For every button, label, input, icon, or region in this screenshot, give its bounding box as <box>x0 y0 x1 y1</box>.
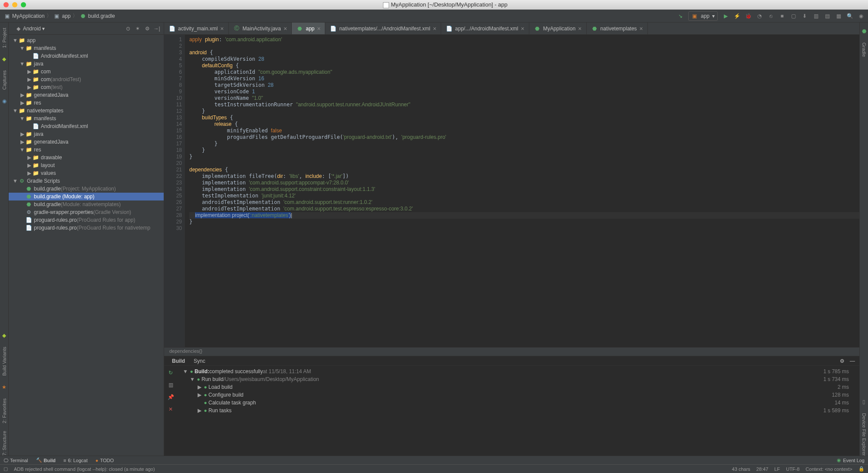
dock-terminal[interactable]: 🖵Terminal <box>3 458 28 463</box>
expand-arrow-icon[interactable]: ▼ <box>19 115 25 122</box>
tree-item[interactable]: ▶📁generatedJava <box>9 91 164 99</box>
expand-arrow-icon[interactable]: ▼ <box>19 147 25 153</box>
sdk-manager-icon[interactable]: ⬇ <box>801 13 808 20</box>
tree-item[interactable]: ▶📁values <box>9 169 164 177</box>
expand-arrow-icon[interactable]: ▶ <box>19 139 25 145</box>
expand-arrow-icon[interactable]: ▶ <box>26 154 32 161</box>
tree-item[interactable]: ⬣build.gradle (Module: app) <box>9 193 164 200</box>
editor-tab[interactable]: ⬣app× <box>292 23 325 34</box>
status-context[interactable]: Context: <no context> <box>805 466 852 472</box>
hide-icon[interactable]: — <box>849 358 856 365</box>
tree-item[interactable]: 📄AndroidManifest.xml <box>9 122 164 130</box>
build-row[interactable]: ▼●Build: completed successfully at 11/5/… <box>181 368 856 375</box>
tree-item[interactable]: ⚙gradle-wrapper.properties (Gradle Versi… <box>9 208 164 216</box>
editor-breadcrumb[interactable]: dependencies{} <box>164 347 859 356</box>
close-tab-icon[interactable]: × <box>578 25 581 32</box>
close-tab-icon[interactable]: × <box>220 25 224 32</box>
tree-item[interactable]: ▼📁app <box>9 36 164 44</box>
tree-item[interactable]: ▼📁res <box>9 146 164 154</box>
dock-eventlog[interactable]: ◉Event Log <box>837 457 865 463</box>
expand-arrow-icon[interactable]: ▶ <box>19 131 25 137</box>
debug-button[interactable]: 🐞 <box>745 13 752 20</box>
stripe-device-explorer[interactable]: Device File Explorer <box>861 413 867 456</box>
run-configuration-dropdown[interactable]: ▣ app ▾ <box>688 11 718 21</box>
settings-icon[interactable]: ▦ <box>835 13 842 20</box>
expand-arrow-icon[interactable]: ▶ <box>26 76 32 82</box>
tree-item[interactable]: ▶📁com (androidTest) <box>9 76 164 83</box>
status-hide-icon[interactable]: ▢ <box>3 466 8 472</box>
tree-item[interactable]: ▼📁manifests <box>9 44 164 52</box>
minimize-window-icon[interactable] <box>12 2 17 7</box>
expand-arrow-icon[interactable]: ▶ <box>19 100 25 106</box>
expand-arrow-icon[interactable]: ▼ <box>189 376 195 382</box>
expand-arrow-icon[interactable]: ▶ <box>26 170 32 176</box>
pin-icon[interactable]: 📌 <box>167 394 174 401</box>
build-output-tree[interactable]: ▼●Build: completed successfully at 11/5/… <box>177 366 859 456</box>
expand-arrow-icon[interactable]: ▶ <box>19 92 25 98</box>
filter-icon[interactable]: ▥ <box>167 381 174 388</box>
stripe-project[interactable]: 1: Project <box>2 28 7 48</box>
tree-item[interactable]: ⬣build.gradle (Project: MyApplication) <box>9 185 164 193</box>
scroll-from-source-icon[interactable]: ⊙ <box>125 25 132 32</box>
build-row[interactable]: ▶●Configure build128 ms <box>181 391 856 399</box>
editor-tab[interactable]: ⒸMainActivity.java× <box>229 23 292 34</box>
tree-item[interactable]: ▶📁java <box>9 130 164 138</box>
build-row[interactable]: ▶●Run tasks1 s 589 ms <box>181 407 856 414</box>
close-tab-icon[interactable]: × <box>521 25 524 32</box>
project-view-dropdown[interactable]: Android ▾ <box>22 26 122 32</box>
expand-arrow-icon[interactable]: ▼ <box>12 178 18 184</box>
close-tab-icon[interactable]: × <box>317 25 320 32</box>
stripe-gradle[interactable]: Gradle <box>861 43 867 57</box>
tree-item[interactable]: ▶📁layout <box>9 161 164 169</box>
tree-item[interactable]: ▼📁java <box>9 60 164 68</box>
avatar-icon[interactable]: ◉ <box>858 13 865 20</box>
layout-inspector-icon[interactable]: ▥ <box>812 13 819 20</box>
tree-item[interactable]: 📄proguard-rules.pro (ProGuard Rules for … <box>9 216 164 224</box>
search-icon[interactable]: 🔍 <box>846 13 853 20</box>
dock-build[interactable]: 🔨Build <box>36 457 56 463</box>
tree-item[interactable]: ▶📁com <box>9 68 164 76</box>
breadcrumb[interactable]: ▣ MyApplication 〉 ▣ app 〉 ⬣ build.gradle <box>3 12 115 20</box>
close-tab-icon[interactable]: × <box>640 25 643 32</box>
editor-tab[interactable]: 📄app/.../AndroidManifest.xml× <box>441 23 529 34</box>
gear-icon[interactable]: ⚙ <box>144 25 151 32</box>
build-row[interactable]: ▼●Run build /Users/jweisbaum/Desktop/MyA… <box>181 375 856 383</box>
avd-manager-icon[interactable]: ▢ <box>790 13 797 20</box>
tree-item[interactable]: ▼📁nativetemplates <box>9 107 164 115</box>
hide-icon[interactable]: →| <box>153 25 160 32</box>
tree-item[interactable]: ▶📁generatedJava <box>9 138 164 146</box>
run-button[interactable]: ▶ <box>722 13 729 20</box>
stop-icon[interactable]: ✕ <box>167 406 174 413</box>
stripe-structure[interactable]: 7: Structure <box>2 431 7 456</box>
close-window-icon[interactable] <box>3 2 9 7</box>
expand-arrow-icon[interactable]: ▶ <box>26 84 32 90</box>
code-editor[interactable]: apply plugin: 'com.android.application' … <box>185 35 859 347</box>
expand-arrow-icon[interactable]: ▶ <box>196 407 202 414</box>
expand-arrow-icon[interactable]: ▶ <box>196 392 202 398</box>
collapse-all-icon[interactable]: ✶ <box>134 25 141 32</box>
editor-tabs[interactable]: 📄activity_main.xml×ⒸMainActivity.java×⬣a… <box>164 23 859 35</box>
rerun-icon[interactable]: ↻ <box>167 369 174 376</box>
status-encoding[interactable]: UTF-8 <box>786 466 799 472</box>
expand-arrow-icon[interactable]: ▶ <box>26 162 32 168</box>
dock-todo[interactable]: ●TODO <box>96 458 114 463</box>
dock-logcat[interactable]: ≡6: Logcat <box>63 458 88 463</box>
editor-gutter[interactable]: 1234567891011121314151617181920212223242… <box>164 35 185 347</box>
zoom-window-icon[interactable] <box>21 2 26 7</box>
expand-arrow-icon[interactable]: ▶ <box>26 69 32 75</box>
editor-tab[interactable]: 📄activity_main.xml× <box>164 23 229 34</box>
editor-tab[interactable]: ⬣MyApplication× <box>529 23 587 34</box>
tree-item[interactable]: ▶📁res <box>9 99 164 107</box>
tree-item[interactable]: ▶📁drawable <box>9 154 164 161</box>
build-tab-sync[interactable]: Sync <box>189 357 210 365</box>
expand-arrow-icon[interactable]: ▼ <box>12 108 18 114</box>
apply-changes-icon[interactable]: ⚡ <box>733 13 740 20</box>
tree-item[interactable]: ▼📁manifests <box>9 115 164 122</box>
stripe-build-variants[interactable]: Build Variants <box>2 347 7 376</box>
tree-item[interactable]: ⬣build.gradle (Module: nativetemplates) <box>9 200 164 208</box>
expand-arrow-icon[interactable]: ▼ <box>19 61 25 67</box>
build-row[interactable]: ●Calculate task graph14 ms <box>181 399 856 407</box>
tree-item[interactable]: ▼⚙Gradle Scripts <box>9 177 164 185</box>
close-tab-icon[interactable]: × <box>284 25 287 32</box>
tree-item[interactable]: 📄AndroidManifest.xml <box>9 52 164 60</box>
